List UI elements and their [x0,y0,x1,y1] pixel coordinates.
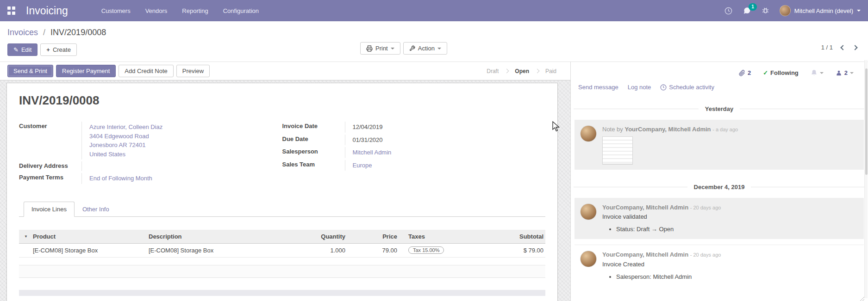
chevron-down-icon [391,48,394,49]
chevron-down-icon [437,48,441,49]
table-row[interactable]: [E-COM08] Storage Box [E-COM08] Storage … [19,244,545,258]
message-author[interactable]: YourCompany, Mitchell Admin [624,126,711,133]
separator-label: Yesterday [705,105,733,112]
header-description[interactable]: Description [149,233,287,240]
menu-configuration[interactable]: Configuration [218,4,264,18]
send-print-button[interactable]: Send & Print [7,65,53,77]
menu-customers[interactable]: Customers [96,4,136,18]
top-navbar: Invoicing Customers Vendors Reporting Co… [0,0,868,21]
avatar [580,125,597,142]
due-date-value: 01/31/2020 [353,136,383,143]
user-menu[interactable]: Mitchell Admin (devel) [780,5,861,16]
create-button[interactable]: + Create [40,43,77,56]
tab-invoice-lines[interactable]: Invoice Lines [24,202,75,217]
menu-vendors[interactable]: Vendors [140,4,173,18]
attachment-thumbnail[interactable] [602,136,633,164]
pencil-icon: ✎ [13,46,19,53]
tab-other-info[interactable]: Other Info [75,202,117,217]
message-body: Invoice validated [602,213,721,220]
followers-count: 2 [844,69,848,76]
notebook-tabs: Invoice Lines Other Info [19,202,545,217]
sort-caret-icon[interactable]: ▼ [19,234,33,239]
followers-button[interactable]: 2 [836,69,854,76]
scrollbar-thumb[interactable] [865,68,868,175]
tracking-value: Salesperson: Mitchell Admin [616,273,721,280]
cell-description: [E-COM08] Storage Box [149,247,287,254]
message-author[interactable]: YourCompany, Mitchell Admin [602,204,688,211]
customer-country[interactable]: United States [89,150,282,159]
bell-icon [811,69,818,76]
activities-clock-icon[interactable] [724,7,732,15]
message-time: - 20 days ago [690,205,721,210]
status-steps: Draft Open Paid [487,68,563,74]
debug-bug-icon[interactable] [762,7,769,15]
apps-grid-icon[interactable] [7,6,16,15]
customer-name-link[interactable]: Azure Interior, Colleen Diaz [89,123,282,132]
messages-bubble-icon[interactable]: 1 [743,6,751,15]
menu-reporting[interactable]: Reporting [176,4,213,18]
send-message-button[interactable]: Send message [578,84,618,91]
schedule-activity-button[interactable]: Schedule activity [660,84,714,91]
payment-terms-value[interactable]: End of Following Month [89,175,152,182]
message-author[interactable]: YourCompany, Mitchell Admin [602,251,688,258]
notifications-bell-button[interactable] [811,69,824,76]
avatar [580,251,597,267]
preview-button[interactable]: Preview [176,65,210,77]
pager: 1 / 1 [821,44,857,51]
print-dropdown-button[interactable]: Print [360,42,400,55]
empty-table-row [19,265,545,278]
breadcrumb-current: INV/2019/0008 [50,28,106,37]
invoice-date-label: Invoice Date [282,122,345,133]
table-header-row: ▼ Product Description Quantity Price Tax… [19,230,545,244]
header-product[interactable]: Product [33,233,149,240]
cell-product: [E-COM08] Storage Box [33,247,149,254]
register-payment-button[interactable]: Register Payment [56,65,116,77]
following-button[interactable]: ✓ Following [763,69,799,76]
add-credit-note-button[interactable]: Add Credit Note [119,65,174,77]
pager-previous-button[interactable] [840,45,845,50]
chatter-message: YourCompany, Mitchell Admin - 20 days ag… [575,198,864,239]
messages-count-badge: 1 [749,3,757,11]
customer-city[interactable]: Jonesboro AR 72401 [89,141,282,150]
status-open[interactable]: Open [515,68,529,74]
chatter-actions: Send message Log note Schedule activity [571,76,868,93]
sales-team-label: Sales Team [282,160,345,171]
customer-value[interactable]: Azure Interior, Colleen Diaz 3404 Edgewo… [81,122,282,160]
pager-next-button[interactable] [852,45,857,50]
following-label: Following [770,69,799,76]
cell-subtotal: $ 79.00 [483,247,545,254]
customer-label: Customer [19,122,81,160]
status-draft[interactable]: Draft [487,68,499,74]
tax-badge: Tax 15.00% [408,246,444,254]
date-separator: Yesterday [574,105,865,112]
sales-team-value[interactable]: Europe [353,162,372,169]
action-dropdown-button[interactable]: Action [403,42,447,55]
avatar [580,203,597,220]
customer-street[interactable]: 3404 Edgewood Road [89,132,282,141]
empty-space [19,278,545,290]
status-paid[interactable]: Paid [545,68,556,74]
user-name: Mitchell Admin (devel) [794,7,853,14]
vertical-scrollbar[interactable] [864,60,868,298]
cell-price: 79.00 [345,247,397,254]
printer-icon [366,45,373,52]
header-subtotal[interactable]: Subtotal [483,233,545,240]
pager-value: 1 / 1 [821,44,833,51]
breadcrumb-invoices[interactable]: Invoices [7,28,38,37]
edit-button[interactable]: ✎ Edit [7,43,37,56]
attachments-button[interactable]: 2 [739,69,751,76]
statusbar: Send & Print Register Payment Add Credit… [0,62,570,80]
main-menu: Customers Vendors Reporting Configuratio… [96,4,264,18]
payment-terms-label: Payment Terms [19,173,81,184]
salesperson-value[interactable]: Mitchell Admin [353,149,392,156]
log-note-button[interactable]: Log note [628,84,651,91]
date-separator: December 4, 2019 [574,184,865,190]
app-brand[interactable]: Invoicing [26,5,68,17]
header-price[interactable]: Price [345,233,397,240]
delivery-address-value[interactable] [81,161,282,171]
message-time: - a day ago [712,127,738,132]
invoice-lines-table: ▼ Product Description Quantity Price Tax… [19,230,545,296]
header-taxes[interactable]: Taxes [397,233,483,240]
header-quantity[interactable]: Quantity [287,233,345,240]
attachments-count: 2 [748,69,751,76]
